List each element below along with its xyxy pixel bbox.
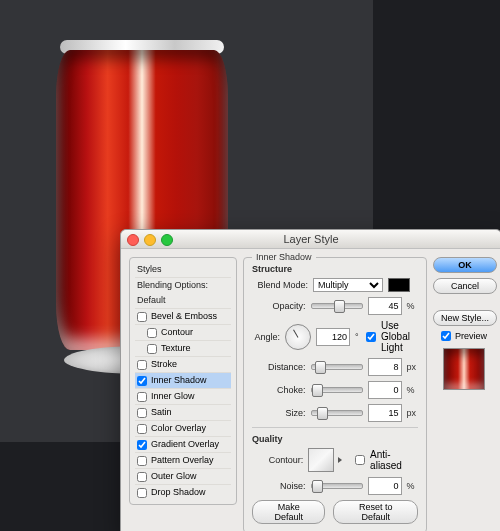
angle-input[interactable] — [316, 328, 350, 346]
distance-slider[interactable] — [311, 364, 363, 370]
style-item-drop-shadow[interactable]: Drop Shadow — [135, 484, 231, 500]
style-item-inner-glow[interactable]: Inner Glow — [135, 388, 231, 404]
style-checkbox[interactable] — [137, 456, 147, 466]
style-checkbox[interactable] — [137, 360, 147, 370]
style-item-texture[interactable]: Texture — [135, 340, 231, 356]
style-label: Texture — [161, 341, 191, 356]
contour-picker[interactable] — [308, 448, 334, 472]
style-checkbox[interactable] — [137, 440, 147, 450]
size-slider[interactable] — [311, 410, 363, 416]
choke-slider[interactable] — [311, 387, 363, 393]
choke-input[interactable] — [368, 381, 402, 399]
style-checkbox[interactable] — [137, 408, 147, 418]
minimize-icon[interactable] — [144, 234, 156, 246]
style-checkbox[interactable] — [137, 424, 147, 434]
style-label: Color Overlay — [151, 421, 206, 436]
style-label: Pattern Overlay — [151, 453, 214, 468]
style-item-pattern-overlay[interactable]: Pattern Overlay — [135, 452, 231, 468]
inner-shadow-group: Inner Shadow Structure Blend Mode: Multi… — [243, 257, 427, 531]
style-item-inner-shadow[interactable]: Inner Shadow — [135, 372, 231, 388]
style-checkbox[interactable] — [147, 328, 157, 338]
distance-unit: px — [407, 362, 418, 372]
angle-dial[interactable] — [285, 324, 311, 350]
style-label: Bevel & Emboss — [151, 309, 217, 324]
style-label: Drop Shadow — [151, 485, 206, 500]
preview-swatch — [443, 348, 485, 390]
size-label: Size: — [252, 408, 306, 418]
zoom-icon[interactable] — [161, 234, 173, 246]
style-checkbox[interactable] — [137, 392, 147, 402]
style-item-satin[interactable]: Satin — [135, 404, 231, 420]
style-checkbox[interactable] — [137, 376, 147, 386]
new-style-button[interactable]: New Style... — [433, 310, 497, 326]
style-item-stroke[interactable]: Stroke — [135, 356, 231, 372]
choke-label: Choke: — [252, 385, 306, 395]
style-item-color-overlay[interactable]: Color Overlay — [135, 420, 231, 436]
style-label: Gradient Overlay — [151, 437, 219, 452]
style-checkbox[interactable] — [137, 472, 147, 482]
ok-button[interactable]: OK — [433, 257, 497, 273]
angle-unit: ° — [355, 332, 361, 342]
style-item-outer-glow[interactable]: Outer Glow — [135, 468, 231, 484]
angle-label: Angle: — [252, 332, 280, 342]
distance-label: Distance: — [252, 362, 306, 372]
style-label: Outer Glow — [151, 469, 197, 484]
style-label: Stroke — [151, 357, 177, 372]
opacity-input[interactable] — [368, 297, 402, 315]
antialiased-label: Anti-aliased — [370, 449, 418, 471]
structure-heading: Structure — [252, 264, 418, 274]
blend-mode-label: Blend Mode: — [252, 280, 308, 290]
make-default-button[interactable]: Make Default — [252, 500, 325, 524]
styles-panel: Styles Blending Options: Default Bevel &… — [129, 257, 237, 505]
choke-unit: % — [407, 385, 418, 395]
blend-mode-select[interactable]: Multiply — [313, 278, 383, 292]
layer-style-dialog: Layer Style Styles Blending Options: Def… — [120, 229, 500, 531]
style-label: Inner Glow — [151, 389, 195, 404]
group-title: Inner Shadow — [252, 252, 316, 262]
preview-checkbox[interactable] — [441, 331, 451, 341]
style-label: Inner Shadow — [151, 373, 207, 388]
preview-label: Preview — [455, 331, 487, 341]
style-item-bevel-emboss[interactable]: Bevel & Emboss — [135, 308, 231, 324]
opacity-unit: % — [407, 301, 418, 311]
size-unit: px — [407, 408, 418, 418]
contour-label: Contour: — [252, 455, 303, 465]
dialog-title: Layer Style — [121, 230, 500, 249]
noise-label: Noise: — [252, 481, 306, 491]
noise-input[interactable] — [368, 477, 402, 495]
cancel-button[interactable]: Cancel — [433, 278, 497, 294]
opacity-slider[interactable] — [311, 303, 363, 309]
shadow-color-swatch[interactable] — [388, 278, 410, 292]
global-light-checkbox[interactable] — [366, 332, 376, 342]
styles-header[interactable]: Styles — [135, 262, 231, 277]
style-label: Satin — [151, 405, 172, 420]
global-light-label: Use Global Light — [381, 320, 418, 353]
quality-heading: Quality — [252, 434, 418, 444]
size-input[interactable] — [368, 404, 402, 422]
close-icon[interactable] — [127, 234, 139, 246]
style-checkbox[interactable] — [147, 344, 157, 354]
distance-input[interactable] — [368, 358, 402, 376]
style-checkbox[interactable] — [137, 488, 147, 498]
noise-slider[interactable] — [311, 483, 363, 489]
style-item-gradient-overlay[interactable]: Gradient Overlay — [135, 436, 231, 452]
noise-unit: % — [407, 481, 418, 491]
reset-default-button[interactable]: Reset to Default — [333, 500, 418, 524]
style-label: Contour — [161, 325, 193, 340]
blending-options[interactable]: Blending Options: Default — [135, 277, 231, 308]
window-traffic-lights — [127, 234, 173, 246]
style-item-contour[interactable]: Contour — [135, 324, 231, 340]
style-checkbox[interactable] — [137, 312, 147, 322]
antialiased-checkbox[interactable] — [355, 455, 365, 465]
opacity-label: Opacity: — [252, 301, 306, 311]
